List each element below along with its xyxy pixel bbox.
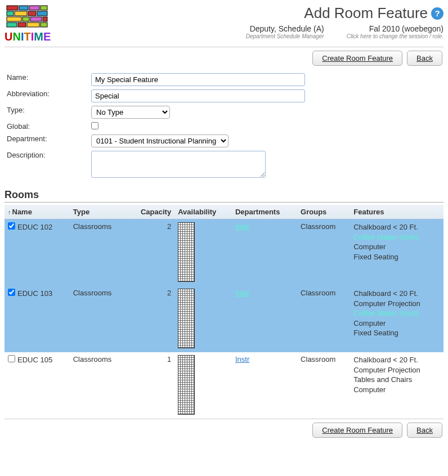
create-room-feature-button[interactable]: Create Room Feature [312, 51, 402, 66]
description-field[interactable] [91, 151, 266, 178]
svg-rect-6 [28, 11, 36, 16]
feature-item: Computer [353, 318, 440, 329]
session-name: Fal 2010 (woebegon) [347, 24, 443, 33]
form-table: Name: Abbreviation: Type: No Type Global… [5, 71, 443, 181]
logo-icon [6, 5, 50, 29]
svg-rect-7 [37, 11, 47, 16]
room-name: EDUC 105 [17, 356, 52, 364]
room-capacity: 2 [127, 286, 174, 352]
session-info[interactable]: Fal 2010 (woebegon) Click here to change… [347, 24, 443, 39]
user-name: Deputy, Schedule (A) [246, 24, 324, 33]
room-type: Classrooms [70, 219, 127, 286]
svg-rect-14 [27, 23, 39, 27]
room-groups: Classroom [297, 352, 350, 419]
table-row[interactable]: EDUC 105Classrooms1InstrClassroomChalkbo… [5, 352, 443, 419]
user-info[interactable]: Deputy, Schedule (A) Department Schedule… [246, 24, 324, 39]
svg-rect-13 [18, 23, 26, 27]
label-description: Description: [5, 149, 89, 181]
department-link[interactable]: Instr [235, 355, 249, 363]
room-checkbox[interactable] [8, 355, 15, 362]
room-availability [174, 286, 232, 352]
room-name: EDUC 102 [17, 223, 52, 231]
feature-item: Computer [353, 242, 440, 252]
svg-rect-0 [7, 6, 18, 10]
availability-grid [178, 355, 195, 415]
room-availability [174, 352, 232, 419]
svg-rect-9 [23, 17, 29, 21]
room-groups: Classroom [297, 286, 350, 352]
availability-grid [178, 289, 195, 348]
help-icon[interactable]: ? [431, 7, 443, 20]
room-features: Chalkboard < 20 Ft.Computer ProjectionTa… [350, 352, 443, 419]
create-room-feature-button[interactable]: Create Room Feature [312, 423, 402, 438]
feature-item: Chalkboard < 20 Ft. [353, 355, 440, 365]
room-checkbox[interactable] [8, 222, 15, 230]
room-capacity: 1 [127, 352, 174, 419]
table-row[interactable]: EDUC 102Classrooms2InstrClassroomChalkbo… [5, 219, 443, 286]
col-availability[interactable]: Availability [174, 205, 232, 219]
col-capacity[interactable]: Capacity [127, 205, 174, 219]
room-type: Classrooms [70, 352, 127, 419]
back-button[interactable]: Back [407, 51, 442, 66]
feature-item: Computer Projection [353, 365, 440, 375]
feature-item: Coffee Maker (Instr) [353, 308, 440, 318]
room-features: Chalkboard < 20 Ft.Computer ProjectionCo… [350, 286, 443, 352]
col-features[interactable]: Features [350, 205, 443, 219]
col-name[interactable]: ↑Name [5, 205, 70, 219]
rooms-section-header: Rooms [5, 189, 443, 203]
svg-rect-11 [43, 17, 47, 21]
label-name: Name: [5, 71, 89, 88]
svg-rect-1 [19, 6, 28, 10]
bottom-button-row: Create Room Feature Back [5, 419, 443, 441]
room-availability [174, 219, 232, 286]
svg-rect-15 [41, 23, 47, 27]
top-button-row: Create Room Feature Back [5, 47, 443, 69]
svg-rect-8 [7, 17, 21, 21]
feature-item: Fixed Seating [353, 328, 440, 338]
logo-text: UNITIME [5, 30, 51, 43]
session-hint: Click here to change the session / role. [347, 33, 443, 39]
col-departments[interactable]: Departments [232, 205, 297, 219]
svg-rect-3 [41, 6, 47, 10]
svg-rect-4 [7, 11, 14, 16]
label-abbreviation: Abbreviation: [5, 88, 89, 104]
svg-rect-2 [29, 6, 39, 10]
department-link[interactable]: Instr [235, 222, 249, 231]
room-features: Chalkboard < 20 Ft.Coffee Maker (Instr)C… [350, 219, 443, 286]
room-type: Classrooms [70, 286, 127, 352]
col-groups[interactable]: Groups [297, 205, 350, 219]
label-type: Type: [5, 104, 89, 120]
table-row[interactable]: EDUC 103Classrooms2InstrClassroomChalkbo… [5, 286, 443, 352]
svg-rect-5 [15, 11, 27, 16]
rooms-table: ↑Name Type Capacity Availability Departm… [5, 205, 443, 419]
logo[interactable]: UNITIME [5, 5, 51, 43]
user-role: Department Schedule Manager [246, 33, 324, 39]
feature-item: Tables and Chairs [353, 375, 440, 385]
label-global: Global: [5, 120, 89, 133]
page-title: Add Room Feature [304, 5, 428, 22]
feature-item: Coffee Maker (Instr) [353, 232, 440, 243]
back-button[interactable]: Back [407, 423, 442, 438]
name-field[interactable] [91, 73, 305, 86]
feature-item: Chalkboard < 20 Ft. [353, 222, 440, 232]
label-department: Department: [5, 133, 89, 149]
room-checkbox[interactable] [8, 289, 15, 296]
type-select[interactable]: No Type [91, 106, 170, 119]
svg-rect-10 [30, 17, 42, 21]
department-select[interactable]: 0101 - Student Instructional Planning [91, 134, 229, 147]
global-checkbox[interactable] [91, 122, 98, 129]
room-name: EDUC 103 [17, 289, 52, 298]
feature-item: Fixed Seating [353, 252, 440, 262]
availability-grid [178, 222, 195, 282]
col-type[interactable]: Type [70, 205, 127, 219]
feature-item: Computer [353, 385, 440, 395]
abbreviation-field[interactable] [91, 89, 305, 102]
department-link[interactable]: Instr [235, 289, 249, 297]
feature-item: Chalkboard < 20 Ft. [353, 289, 440, 299]
feature-item: Computer Projection [353, 299, 440, 309]
svg-rect-12 [7, 23, 17, 27]
room-capacity: 2 [127, 219, 174, 286]
room-groups: Classroom [297, 219, 350, 286]
